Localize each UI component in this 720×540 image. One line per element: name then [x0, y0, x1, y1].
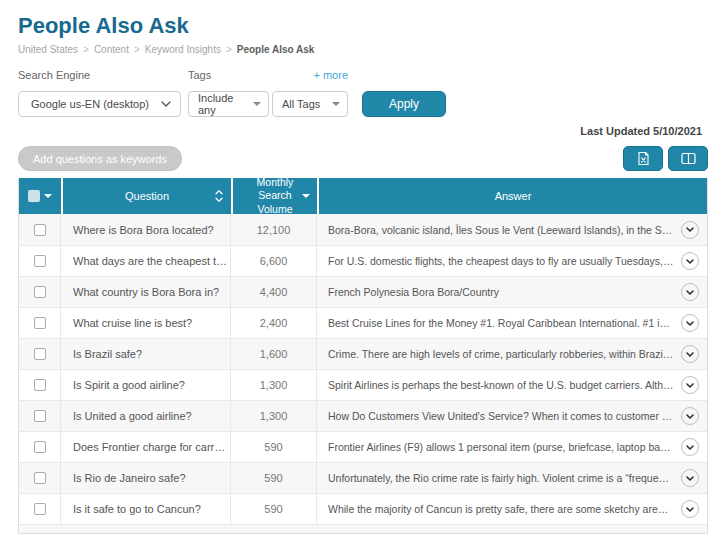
- question-text: Is Brazil safe?: [73, 348, 142, 360]
- breadcrumb-current: People Also Ask: [237, 44, 315, 55]
- answer-cell: Best Cruise Lines for the Money #1. Roya…: [317, 308, 707, 338]
- expand-answer-button[interactable]: [681, 314, 699, 332]
- sort-icon: [215, 190, 223, 203]
- expand-answer-button[interactable]: [681, 252, 699, 270]
- manage-columns-button[interactable]: [668, 146, 708, 171]
- question-text: Where is Bora Bora located?: [73, 224, 214, 236]
- expand-answer-button[interactable]: [681, 500, 699, 518]
- volume-cell: 1,300: [231, 401, 317, 431]
- chevron-down-icon: [686, 352, 694, 357]
- tags-value: All Tags: [282, 98, 320, 110]
- question-column-header[interactable]: Question: [61, 178, 231, 214]
- table-header: Question Monthly Search Volume Answer: [19, 178, 707, 214]
- breadcrumb: United States>Content>Keyword Insights>P…: [18, 44, 708, 55]
- table-toolbar: Add questions as keywords: [18, 146, 708, 171]
- question-text: What cruise line is best?: [73, 317, 192, 329]
- export-excel-button[interactable]: [623, 146, 663, 171]
- expand-answer-button[interactable]: [681, 376, 699, 394]
- row-checkbox[interactable]: [34, 317, 46, 329]
- search-engine-label: Search Engine: [18, 69, 181, 81]
- volume-cell: 590: [231, 432, 317, 462]
- answer-column-label: Answer: [495, 190, 532, 202]
- row-checkbox[interactable]: [34, 255, 46, 267]
- chevron-down-icon: [686, 383, 694, 388]
- caret-down-icon: [332, 102, 340, 106]
- question-column-label: Question: [125, 190, 169, 202]
- add-questions-as-keywords-button[interactable]: Add questions as keywords: [18, 146, 182, 171]
- volume-text: 590: [264, 441, 282, 453]
- more-filters-link[interactable]: + more: [313, 69, 348, 81]
- row-checkbox[interactable]: [34, 348, 46, 360]
- expand-answer-button[interactable]: [681, 469, 699, 487]
- row-checkbox[interactable]: [34, 224, 46, 236]
- volume-cell: 12,100: [231, 214, 317, 245]
- table-row: Is Spirit a good airline? 1,300 Spirit A…: [19, 369, 707, 400]
- row-select-cell: [19, 463, 61, 493]
- answer-cell: Bora-Bora, volcanic island, Îles Sous le…: [317, 214, 707, 245]
- expand-answer-button[interactable]: [681, 345, 699, 363]
- table-row: Is United a good airline? 1,300 How Do C…: [19, 400, 707, 431]
- breadcrumb-item-content[interactable]: Content: [94, 44, 129, 55]
- expand-answer-button[interactable]: [681, 221, 699, 239]
- volume-cell: 2,400: [231, 308, 317, 338]
- search-engine-select[interactable]: Google us-EN (desktop): [18, 91, 181, 117]
- row-checkbox[interactable]: [34, 472, 46, 484]
- search-engine-group: Search Engine Google us-EN (desktop): [18, 69, 181, 117]
- question-cell: Does Frontier charge for carry on?: [61, 432, 231, 462]
- select-all-caret-icon[interactable]: [44, 194, 52, 198]
- page-title: People Also Ask: [18, 13, 708, 39]
- answer-cell: For U.S. domestic flights, the cheapest …: [317, 246, 707, 276]
- row-select-cell: [19, 339, 61, 369]
- select-all-header[interactable]: [19, 178, 61, 214]
- sort-desc-icon: [302, 194, 310, 198]
- breadcrumb-separator: >: [83, 44, 89, 55]
- expand-answer-button[interactable]: [681, 407, 699, 425]
- chevron-down-icon: [686, 321, 694, 326]
- volume-cell: 4,400: [231, 277, 317, 307]
- answer-text: Unfortunately, the Rio crime rate is fai…: [328, 472, 674, 484]
- breadcrumb-item-keyword-insights[interactable]: Keyword Insights: [145, 44, 221, 55]
- apply-button[interactable]: Apply: [362, 91, 446, 117]
- volume-column-header[interactable]: Monthly Search Volume: [231, 178, 317, 214]
- answer-cell: Crime. There are high levels of crime, p…: [317, 339, 707, 369]
- breadcrumb-item-united-states[interactable]: United States: [18, 44, 78, 55]
- table-row: Is it safe to go to Cancun? 590 While th…: [19, 493, 707, 524]
- row-checkbox[interactable]: [34, 379, 46, 391]
- row-select-cell: [19, 214, 61, 245]
- table-row: Is Brazil safe? 1,600 Crime. There are h…: [19, 338, 707, 369]
- tags-match-select[interactable]: Include any: [188, 91, 269, 117]
- volume-text: 12,100: [257, 224, 291, 236]
- row-checkbox[interactable]: [34, 410, 46, 422]
- row-select-cell: [19, 308, 61, 338]
- tags-select[interactable]: All Tags: [272, 91, 348, 117]
- volume-cell: 590: [231, 494, 317, 524]
- expand-answer-button[interactable]: [681, 283, 699, 301]
- row-select-cell: [19, 277, 61, 307]
- chevron-down-icon: [161, 101, 171, 107]
- people-also-ask-page: People Also Ask United States>Content>Ke…: [0, 0, 720, 534]
- answer-text: Bora-Bora, volcanic island, Îles Sous le…: [328, 224, 674, 236]
- volume-text: 2,400: [260, 317, 288, 329]
- question-text: Does Frontier charge for carry on?: [73, 441, 230, 453]
- select-all-checkbox[interactable]: [28, 190, 40, 202]
- question-text: What days are the cheapest to fly?: [73, 255, 230, 267]
- volume-cell: 1,600: [231, 339, 317, 369]
- volume-text: 590: [264, 472, 282, 484]
- expand-answer-button[interactable]: [681, 438, 699, 456]
- columns-icon: [681, 152, 696, 165]
- question-text: Is Spirit a good airline?: [73, 379, 185, 391]
- row-checkbox[interactable]: [34, 503, 46, 515]
- answer-cell: Spirit Airlines is perhaps the best-know…: [317, 370, 707, 400]
- row-checkbox[interactable]: [34, 286, 46, 298]
- answer-cell: Unfortunately, the Rio crime rate is fai…: [317, 463, 707, 493]
- question-cell: Is Rio de Janeiro safe?: [61, 463, 231, 493]
- table-row: What country is Bora Bora in? 4,400 Fren…: [19, 276, 707, 307]
- question-cell: Is it safe to go to Cancun?: [61, 494, 231, 524]
- answer-column-header: Answer: [317, 178, 707, 214]
- answer-text: Spirit Airlines is perhaps the best-know…: [328, 379, 674, 391]
- question-cell: Is Spirit a good airline?: [61, 370, 231, 400]
- row-select-cell: [19, 401, 61, 431]
- volume-text: 6,600: [260, 255, 288, 267]
- row-checkbox[interactable]: [34, 441, 46, 453]
- last-updated-text: Last Updated 5/10/2021: [18, 125, 708, 137]
